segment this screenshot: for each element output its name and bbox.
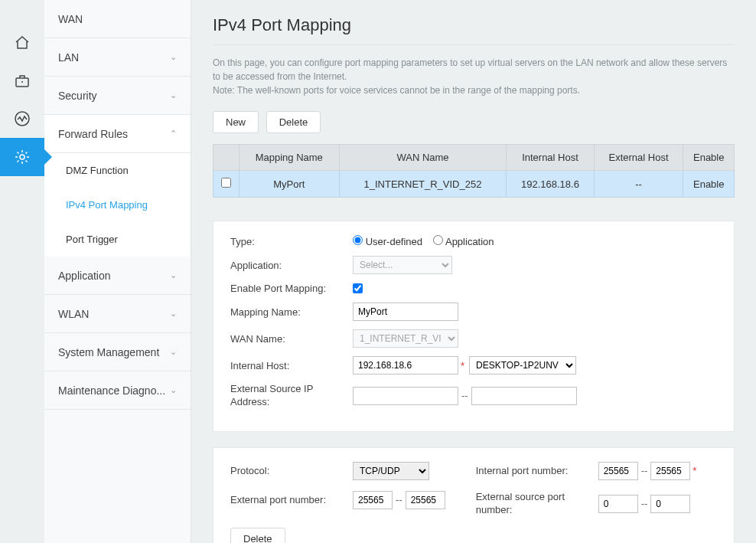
required-marker: * — [461, 360, 464, 371]
type-label: Type: — [230, 236, 353, 247]
chevron-down-icon: ⌄ — [170, 270, 177, 280]
mapping-name-label: Mapping Name: — [230, 306, 353, 318]
mapping-form: Type: User-defined Application Applicati… — [213, 221, 735, 432]
main-content: IPv4 Port Mapping On this page, you can … — [191, 0, 756, 543]
enable-port-mapping-label: Enable Port Mapping: — [230, 283, 353, 294]
application-select[interactable]: Select... — [353, 256, 452, 274]
internal-port-a[interactable] — [598, 462, 638, 480]
new-button[interactable]: New — [213, 111, 259, 133]
range-dash: -- — [461, 390, 468, 401]
sidebar-item-forward-rules[interactable]: Forward Rules⌃ — [44, 115, 191, 153]
internal-port-b[interactable] — [650, 462, 690, 480]
protocol-select[interactable]: TCP/UDP — [353, 462, 429, 480]
table-header-row: Mapping Name WAN Name Internal Host Exte… — [213, 145, 735, 171]
rail-briefcase[interactable] — [0, 61, 44, 100]
sidebar-item-wan[interactable]: WAN — [44, 0, 191, 38]
icon-rail — [0, 0, 44, 543]
external-port-label: External port number: — [230, 494, 353, 505]
rail-activity[interactable] — [0, 100, 44, 138]
internal-host-label: Internal Host: — [230, 360, 353, 371]
sidebar-sub-dmz[interactable]: DMZ Function — [44, 153, 191, 188]
row-checkbox[interactable] — [221, 178, 231, 188]
divider — [213, 44, 735, 45]
sidebar-item-security[interactable]: Security⌄ — [44, 77, 191, 115]
sidebar-item-application[interactable]: Application⌄ — [44, 257, 191, 295]
port-form: Protocol: TCP/UDP External port number: … — [213, 447, 735, 543]
external-source-ip-b[interactable] — [471, 387, 577, 405]
required-marker: * — [692, 465, 696, 476]
rail-spacer — [0, 0, 44, 23]
external-source-ip-label: External Source IP Address: — [230, 383, 353, 409]
sidebar-item-maintenance[interactable]: Maintenance Diagno...⌄ — [44, 371, 191, 410]
chevron-down-icon: ⌄ — [170, 90, 177, 100]
external-source-port-b[interactable] — [650, 495, 690, 513]
sidebar-item-system-management[interactable]: System Management⌄ — [44, 333, 191, 371]
briefcase-icon — [14, 72, 31, 89]
type-user-defined[interactable]: User-defined — [353, 235, 422, 247]
external-source-port-label: External source port number: — [476, 491, 598, 517]
chevron-up-icon: ⌃ — [170, 129, 177, 139]
wan-name-select[interactable]: 1_INTERNET_R_VI — [353, 329, 458, 348]
gear-icon — [14, 149, 31, 165]
enable-port-mapping-checkbox[interactable] — [353, 283, 363, 293]
sidebar-sub-ipv4-port-mapping[interactable]: IPv4 Port Mapping — [44, 188, 191, 222]
activity-icon — [14, 110, 31, 127]
svg-point-1 — [15, 112, 29, 126]
wan-name-label: WAN Name: — [230, 333, 353, 345]
internal-host-select[interactable]: DESKTOP-1P2UNV — [469, 356, 576, 375]
rail-settings[interactable] — [0, 138, 44, 176]
rail-home[interactable] — [0, 23, 44, 61]
delete-button[interactable]: Delete — [266, 111, 321, 133]
home-icon — [14, 34, 31, 51]
sidebar-item-lan[interactable]: LAN⌄ — [44, 38, 191, 77]
internal-host-input[interactable] — [353, 356, 458, 375]
table-row[interactable]: MyPort 1_INTERNET_R_VID_252 192.168.18.6… — [213, 171, 735, 198]
svg-point-2 — [20, 155, 24, 159]
chevron-down-icon: ⌄ — [170, 385, 177, 395]
chevron-down-icon: ⌄ — [170, 309, 177, 319]
external-source-ip-a[interactable] — [353, 387, 458, 405]
protocol-label: Protocol: — [230, 465, 353, 476]
external-port-b[interactable] — [406, 491, 445, 509]
mapping-name-input[interactable] — [353, 303, 458, 321]
page-description: On this page, you can configure port map… — [213, 56, 735, 97]
sidebar-sub-port-trigger[interactable]: Port Trigger — [44, 222, 191, 257]
external-source-port-a[interactable] — [598, 495, 638, 513]
application-label: Application: — [230, 260, 353, 271]
port-delete-button[interactable]: Delete — [230, 528, 285, 543]
chevron-down-icon: ⌄ — [170, 52, 177, 62]
external-port-a[interactable] — [353, 491, 393, 509]
sidebar: WAN LAN⌄ Security⌄ Forward Rules⌃ DMZ Fu… — [44, 0, 191, 543]
type-application[interactable]: Application — [433, 235, 494, 247]
chevron-down-icon: ⌄ — [170, 347, 177, 357]
page-title: IPv4 Port Mapping — [213, 15, 735, 35]
internal-port-label: Internal port number: — [476, 465, 598, 476]
sidebar-item-wlan[interactable]: WLAN⌄ — [44, 295, 191, 333]
mapping-table: Mapping Name WAN Name Internal Host Exte… — [213, 144, 735, 198]
